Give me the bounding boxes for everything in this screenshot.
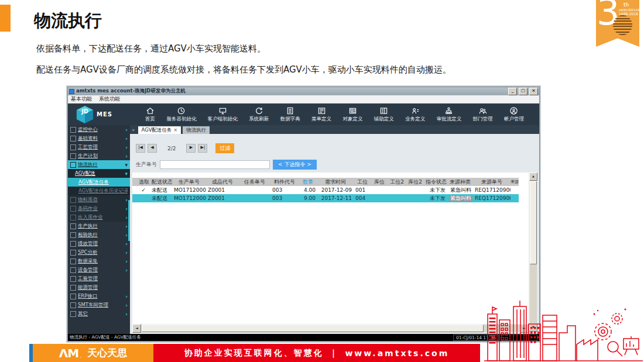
sidebar-item-agv-delivery-task[interactable]: AGV配送任务	[68, 178, 130, 187]
horizontal-scrollbar-thumb[interactable]	[142, 325, 484, 332]
chevron-right-icon: ›	[125, 241, 128, 247]
nav-item-object-definition[interactable]: 对象定义	[342, 106, 362, 123]
footer-url[interactable]: www.amtxts.com	[345, 349, 449, 358]
chevron-down-icon: ▾	[125, 162, 128, 168]
menu-icon	[70, 258, 76, 264]
sidebar-item-inspection-execution[interactable]: 检验执行›	[68, 230, 130, 239]
menu-icon	[70, 153, 76, 159]
table-row[interactable]: ✓ 未配送 MO17120001 Z0001 003 4.00 2017-12-…	[132, 186, 519, 194]
menu-icon	[70, 215, 76, 220]
sidebar-item-process-mgmt[interactable]: 工艺管理›	[68, 143, 130, 151]
chevron-right-icon: ›	[125, 232, 128, 238]
close-button[interactable]: ×	[529, 88, 538, 95]
sidebar-item-monitor-center[interactable]: 监控中心›	[68, 125, 130, 134]
sidebar-item-agv-delivery-history[interactable]: AGV配送任务历史记录	[68, 187, 130, 195]
slide: 物流执行 依据备料单，下达配送任务，通过AGV小车实现智能送料。 配送任务与AG…	[0, 0, 644, 362]
nav-item-system-refresh[interactable]: 系统刷新	[249, 106, 269, 123]
approval-flow-icon	[444, 106, 453, 115]
issue-command-button[interactable]: < 下达指令 >	[273, 160, 317, 170]
badge-zero-globe-icon	[613, 15, 632, 35]
business-definition-icon	[411, 106, 420, 115]
sidebar-item-tooling-mgmt[interactable]: 工装管理	[68, 274, 130, 283]
horizontal-scrollbar[interactable]: ◄ ►	[132, 325, 529, 332]
tab-agv-delivery-task[interactable]: AGV配送任务 ×	[138, 126, 181, 134]
sidebar-item-material-inventory[interactable]: 物料库存›	[68, 195, 130, 204]
nav-item-menu-definition[interactable]: 菜单定义	[311, 106, 331, 123]
minimize-button[interactable]: _	[508, 88, 517, 95]
menu-icon	[70, 232, 76, 238]
sidebar-item-equipment-mgmt[interactable]: 设备管理›	[68, 266, 130, 274]
nav-item-department-mgmt[interactable]: 部门管理	[473, 106, 493, 123]
last-page-button[interactable]: ▶|	[198, 144, 207, 153]
menu-icon	[70, 250, 76, 256]
nav-item-home[interactable]: 首页	[145, 106, 155, 123]
footer-bar: ΛM 。 天心天思 协助企业实现互联网化、智慧化 ｜ www.amtxts.co…	[29, 344, 480, 362]
chevron-right-icon: ›	[125, 267, 128, 273]
nav-item-approval-flow[interactable]: 审批流定义	[437, 106, 462, 123]
sidebar-item-spc-analysis[interactable]: SPC分析›	[68, 248, 130, 257]
sidebar-item-agv-delivery[interactable]: AGV配送▾	[68, 169, 130, 178]
sidebar-item-basic-data[interactable]: 基础资料›	[68, 134, 130, 143]
sidebar-item-barcode-ops[interactable]: 条码作业›	[68, 204, 130, 213]
description-line-2: 配送任务与AGV设备厂商的调度系统做对接，将备料任务下发到AGV小车，驱动小车实…	[36, 64, 451, 75]
scroll-up-icon[interactable]: ▲	[529, 173, 537, 181]
sidebar-item-energy-mgmt[interactable]: 能源管理	[68, 283, 130, 292]
sidebar-item-production-plan[interactable]: 生产计划›	[68, 151, 130, 160]
filter-button[interactable]: 过滤	[215, 143, 234, 153]
chevron-right-icon: ›	[125, 206, 128, 212]
top-navbar: JD MES 首页 服务器初始化 客户端初始化	[68, 104, 539, 125]
server-init-icon	[177, 106, 186, 115]
sidebar-item-logistics-execution[interactable]: 物流执行▾	[68, 160, 130, 169]
tab-logistics-execution[interactable]: 物流执行	[183, 126, 210, 134]
description-line-1: 依据备料单，下达配送任务，通过AGV小车实现智能送料。	[36, 43, 266, 54]
vertical-scrollbar-thumb[interactable]	[530, 181, 537, 264]
chevron-right-icon: ›	[125, 258, 128, 264]
tab-strip: » AGV配送任务 × 物流执行	[130, 125, 539, 134]
menu-icon	[70, 311, 76, 317]
menu-icon	[70, 302, 76, 308]
prev-page-button[interactable]: ◀	[148, 144, 157, 153]
pager-toolbar: |◀ ◀ 2/2 ▶ ▶| 过滤	[136, 143, 234, 153]
sidebar-item-erp-interface[interactable]: ERP接口›	[68, 292, 130, 301]
system-refresh-icon	[255, 106, 263, 115]
first-page-button[interactable]: |◀	[136, 144, 145, 153]
sidebar-item-others[interactable]: 其它›	[68, 309, 130, 318]
scroll-left-icon[interactable]: ◄	[132, 324, 141, 333]
window-titlebar[interactable]: amtxts mes account-珠海JD研发华为云主机 _ □ ×	[68, 87, 539, 95]
restore-button[interactable]: □	[519, 88, 527, 95]
row-checkmark[interactable]: ✓	[137, 186, 150, 194]
tab-close-icon[interactable]: ×	[174, 127, 178, 133]
chevron-right-icon: ›	[125, 294, 128, 299]
row-gutter	[132, 178, 137, 186]
nav-item-business-definition[interactable]: 业务定义	[405, 106, 425, 123]
nav-item-account-mgmt[interactable]: 帐户管理	[504, 106, 524, 123]
table-header-row: 选取 配送状态 生产单号 成品代号 任务单号 料件代号 数量 需求时间 工位 库…	[132, 178, 519, 186]
nav-item-client-init[interactable]: 客户端初始化	[208, 106, 238, 123]
nav-item-aux-definition[interactable]: 辅助定义	[374, 106, 394, 123]
main-panel: |◀ ◀ 2/2 ▶ ▶| 过滤 生产单号 < 下达指令 >	[130, 134, 539, 334]
agv-task-table: 选取 配送状态 生产单号 成品代号 任务单号 料件代号 数量 需求时间 工位 库…	[132, 178, 519, 202]
mes-app-window: amtxts mes account-珠海JD研发华为云主机 _ □ × 基本功…	[67, 87, 540, 342]
next-page-button[interactable]: ▶	[186, 144, 196, 153]
sidebar-item-performance-mgmt[interactable]: 绩效管理›	[68, 239, 130, 248]
nav-item-server-init[interactable]: 服务器初始化	[166, 106, 196, 123]
chevron-right-icon: ›	[125, 136, 128, 142]
city-skyline-illustration	[483, 298, 644, 362]
client-init-icon	[218, 106, 227, 115]
jd-mes-logo: JD MES	[68, 105, 145, 124]
sidebar-item-smt-workshop[interactable]: SMT车间管理›	[68, 301, 130, 309]
sidebar-collapse-icon[interactable]: »	[132, 127, 135, 133]
chevron-right-icon: ›	[125, 250, 128, 256]
data-dictionary-icon	[286, 106, 294, 115]
nav-item-data-dictionary[interactable]: 数据字典	[280, 106, 300, 123]
menu-icon	[70, 267, 76, 273]
menu-system-functions[interactable]: 系统功能	[99, 95, 120, 103]
menu-basic-functions[interactable]: 基本功能	[71, 95, 92, 103]
production-order-input[interactable]	[160, 160, 270, 169]
sidebar-item-data-collection[interactable]: 数据采集›	[68, 257, 130, 266]
content-area: » AGV配送任务 × 物流执行 |◀ ◀ 2/2 ▶ ▶|	[130, 125, 539, 334]
sidebar-item-warehouse-ops[interactable]: 出入库作业›	[68, 213, 130, 222]
menu-icon	[70, 294, 76, 299]
table-row-selected[interactable]: 未配送 MO17120001 Z0001 003 9.00 2017-12-11…	[132, 194, 519, 202]
sidebar-item-production-execution[interactable]: 生产执行›	[68, 222, 130, 230]
